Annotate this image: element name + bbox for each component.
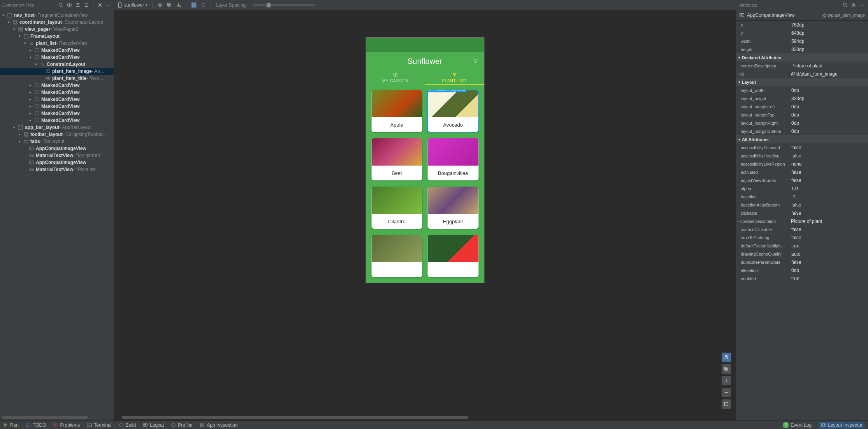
export-icon[interactable] xyxy=(176,2,181,8)
zoom-in-button[interactable]: + xyxy=(722,376,731,385)
component-tree[interactable]: ▾nav_host - FragmentContainerView▾coordi… xyxy=(0,10,114,420)
attr-row[interactable]: enabledtrue xyxy=(736,274,868,282)
tree-node[interactable]: AbMaterialTextView - "Plant list" xyxy=(0,166,114,173)
attr-row[interactable]: contentDescriptionPicture of plant xyxy=(736,62,868,70)
minimize-icon[interactable] xyxy=(859,2,865,8)
attr-row[interactable]: layout_marginTop0dp xyxy=(736,111,868,119)
attr-row[interactable]: duplicateParentStatefalse xyxy=(736,258,868,266)
scrollbar[interactable] xyxy=(2,416,88,419)
attr-row[interactable]: height333dp xyxy=(736,45,868,53)
plant-card[interactable]: Eggplant xyxy=(428,187,479,229)
tree-node[interactable]: ▾nav_host - FragmentContainerView xyxy=(0,12,114,19)
tree-node[interactable]: ▾MaskedCardView xyxy=(0,54,114,61)
eye-icon[interactable] xyxy=(157,2,163,8)
tree-node[interactable]: ▾ConstraintLayout xyxy=(0,61,114,68)
attr-row[interactable]: layout_marginLeft0dp xyxy=(736,102,868,111)
tree-node[interactable]: ▸MaskedCardView xyxy=(0,47,114,54)
tab-plant-list[interactable]: PLANT LIST xyxy=(425,71,484,85)
tree-node[interactable]: Abplant_item_title - "Avo… xyxy=(0,75,114,82)
plant-card[interactable]: Apple xyxy=(371,90,422,132)
tree-node[interactable]: ▾app_bar_layout - AppBarLayout xyxy=(0,124,114,131)
tree-node[interactable]: ▾coordinator_layout - CoordinatorLayout xyxy=(0,19,114,26)
attr-row[interactable]: layout_height333dp xyxy=(736,94,868,102)
attr-row[interactable]: ▸id@id/plant_item_image xyxy=(736,70,868,78)
attr-row[interactable]: x762dp xyxy=(736,21,868,29)
search-icon[interactable] xyxy=(58,2,63,8)
gear-icon[interactable] xyxy=(851,2,856,8)
tree-node[interactable]: ▸MaskedCardView xyxy=(0,117,114,124)
tree-node[interactable]: ▾plant_list - RecyclerView xyxy=(0,40,114,47)
logcat-tool[interactable]: Logcat xyxy=(143,422,164,428)
attr-row[interactable]: width594dp xyxy=(736,37,868,45)
scrollbar[interactable] xyxy=(122,416,468,419)
tree-node[interactable]: ▸MaskedCardView xyxy=(0,89,114,96)
gear-icon[interactable] xyxy=(97,2,103,8)
problems-tool[interactable]: Problems xyxy=(53,422,80,428)
event-log[interactable]: 1Event Log xyxy=(783,422,812,428)
attr-row[interactable]: accessibilityLiveRegionnone xyxy=(736,160,868,168)
tree-node[interactable]: ▸MaskedCardView xyxy=(0,110,114,117)
attr-row[interactable]: drawingCacheQualityauto xyxy=(736,250,868,258)
plant-card[interactable]: Bougainvillea xyxy=(428,138,479,180)
section-layout[interactable]: ▾Layout xyxy=(736,78,868,86)
plant-card[interactable] xyxy=(371,235,422,277)
tree-node[interactable]: ▸MaskedCardView xyxy=(0,103,114,110)
section-declared[interactable]: ▾Declared Attributes xyxy=(736,53,868,62)
plant-card[interactable]: Cilantro xyxy=(371,187,422,229)
zoom-out-button[interactable]: − xyxy=(722,388,731,397)
attr-row[interactable]: ▸contentDescriptionPicture of plant xyxy=(736,217,868,225)
attr-row[interactable]: baselineAlignBottomfalse xyxy=(736,201,868,209)
build-tool[interactable]: Build xyxy=(119,422,136,428)
zoom-fit-button[interactable] xyxy=(722,399,731,409)
tree-node[interactable]: ▸toolbar_layout - CollapsingToolbar… xyxy=(0,131,114,138)
attr-row[interactable]: cropToPaddingfalse xyxy=(736,233,868,242)
refresh-icon[interactable] xyxy=(200,2,206,8)
tree-node[interactable]: AppCompatImageView xyxy=(0,159,114,166)
layers-button[interactable] xyxy=(722,364,731,374)
attr-row[interactable]: elevation0dp xyxy=(736,266,868,274)
pan-button[interactable] xyxy=(722,353,731,362)
plant-card[interactable] xyxy=(428,235,479,277)
tree-node[interactable]: ▾FrameLayout xyxy=(0,33,114,40)
attributes-panel[interactable]: AppCompatImageView @id/plant_item_image … xyxy=(736,10,868,420)
attr-row[interactable]: contextClickablefalse xyxy=(736,225,868,233)
layer-spacing-slider[interactable] xyxy=(253,4,315,6)
attr-row[interactable]: defaultFocusHighligh…true xyxy=(736,242,868,250)
terminal-tool[interactable]: Terminal xyxy=(87,422,111,428)
tree-node[interactable]: ▾view_pager - ViewPager2 xyxy=(0,26,114,33)
expand-icon[interactable] xyxy=(75,2,81,8)
attr-row[interactable]: layout_marginBottom0dp xyxy=(736,127,868,135)
eye-icon[interactable] xyxy=(67,2,72,8)
attr-row[interactable]: layout_width0dp xyxy=(736,86,868,94)
tree-node[interactable]: ▸MaskedCardView xyxy=(0,96,114,103)
tree-node[interactable]: AppCompatImageView xyxy=(0,145,114,152)
overlay-icon[interactable] xyxy=(167,2,172,8)
tree-node[interactable]: ▾tabs - TabLayout xyxy=(0,138,114,145)
layout-canvas[interactable]: Sunflower MY GARDEN PLANT LIST Apple App… xyxy=(114,10,736,420)
collapse-icon[interactable] xyxy=(84,2,89,8)
plant-card-selected[interactable]: AppCompatImageViewAvocado xyxy=(428,90,479,132)
run-tool[interactable]: Run xyxy=(3,422,19,428)
attr-row[interactable]: y648dp xyxy=(736,29,868,37)
tab-my-garden[interactable]: MY GARDEN xyxy=(366,71,425,85)
layout-inspector[interactable]: Layout Inspector xyxy=(819,422,865,429)
attr-row[interactable]: accessibilityFocusedfalse xyxy=(736,143,868,152)
plant-card[interactable]: Beet xyxy=(371,138,422,180)
profiler-tool[interactable]: Profiler xyxy=(171,422,193,428)
attr-row[interactable]: accessibilityHeadingfalse xyxy=(736,152,868,160)
attr-row[interactable]: baseline-1 xyxy=(736,192,868,201)
search-icon[interactable] xyxy=(842,2,848,8)
app-inspection-tool[interactable]: App Inspection xyxy=(200,422,237,428)
filter-icon[interactable] xyxy=(471,57,479,65)
attr-row[interactable]: layout_marginRight0dp xyxy=(736,119,868,127)
section-all[interactable]: ▾All Attributes xyxy=(736,135,868,143)
live-updates-icon[interactable] xyxy=(191,2,197,8)
todo-tool[interactable]: TODO xyxy=(26,422,46,428)
tree-node[interactable]: plant_item_image - Ap… xyxy=(0,68,114,75)
attr-row[interactable]: alpha1.0 xyxy=(736,184,868,192)
tree-node[interactable]: AbMaterialTextView - "My garden" xyxy=(0,152,114,159)
attr-row[interactable]: activatedfalse xyxy=(736,168,868,176)
attr-row[interactable]: adjustViewBoundsfalse xyxy=(736,176,868,184)
minimize-icon[interactable] xyxy=(106,2,111,8)
tree-node[interactable]: ▸MaskedCardView xyxy=(0,82,114,89)
